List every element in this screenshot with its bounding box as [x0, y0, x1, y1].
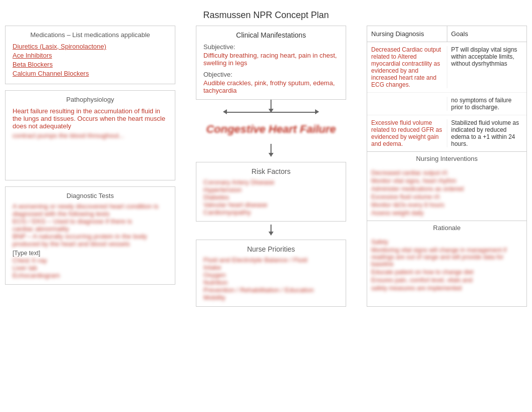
int-item-2: Monitor vital signs, heart rhythm [371, 177, 522, 184]
goals-header: Goals [447, 26, 527, 42]
nurse-priorities-box: Nurse Priorities Fluid and Electrolyte B… [196, 240, 346, 307]
diag-item-2: cardiac abnormality [13, 225, 168, 233]
clinical-title: Clinical Manifestations [203, 31, 339, 39]
arrow-down-3 [271, 225, 272, 233]
np-item-4: Nutrition [203, 279, 339, 286]
np-item-3: Oxygen [203, 271, 339, 279]
nd-diagnosis-1b [371, 97, 447, 111]
medications-box: Medications – List medications applicabl… [5, 26, 175, 84]
med-item-1[interactable]: Diuretics (Lasix, Spironolactone) [13, 43, 168, 50]
rat-item-1: Safety [371, 239, 522, 246]
np-item-1: Fluid and Electrolyte Balance / Fluid [203, 256, 339, 264]
left-column: Medications – List medications applicabl… [5, 26, 175, 307]
medications-title: Medications – List medications applicabl… [13, 31, 168, 39]
subjective-text: Difficulty breathing, racing heart, pain… [203, 52, 339, 67]
right-column: Nursing Diagnosis Goals Decreased Cardia… [367, 26, 527, 307]
int-item-6: Assess weight daily [371, 210, 522, 217]
page-title: Rasmussen NPR Concept Plan [0, 0, 532, 26]
rationale-title: Rationale [367, 221, 526, 233]
rationale-section: Rationale Safety Monitoring vital signs … [367, 221, 526, 296]
objective-text: Audible crackles, pink, frothy sputum, e… [203, 79, 339, 94]
subjective-label: Subjective: [203, 43, 339, 51]
rationale-list: Safety Monitoring vital signs will chang… [367, 235, 526, 296]
rat-item-3: Educate patient on how to change diet [371, 269, 522, 276]
med-item-2[interactable]: Ace Inhibitors [13, 52, 168, 59]
diag-item-5: Chest X-ray [13, 257, 168, 264]
rat-item-2: Monitoring vital signs will change in ma… [371, 247, 522, 268]
np-item-6: Mobility [203, 294, 339, 301]
nd-row-1: Decreased Cardiac output related to Alte… [367, 42, 526, 93]
right-arrow [276, 112, 316, 113]
concept-box: Congestive Heart Failure [196, 123, 346, 136]
concept-title: Congestive Heart Failure [196, 123, 346, 136]
nd-goal-2: Stabilized fluid volume as indicated by … [447, 119, 523, 147]
diag-intro: A worsening or newly discovered heart co… [13, 202, 168, 218]
nd-row-1b: no symptoms of failure prior to discharg… [367, 93, 526, 115]
risk-factors-title: Risk Factors [203, 167, 339, 175]
int-item-1: Decreased cardiac output r/t: [371, 169, 522, 176]
diag-item-3: BNP – A naturally occurring protein in t… [13, 233, 168, 240]
arrow-down-2 [271, 144, 272, 154]
med-item-3[interactable]: Beta Blockers [13, 61, 168, 68]
diag-item-6: Liver lab [13, 264, 168, 272]
int-item-5: Monitor I&Os every 8 hours [371, 201, 522, 209]
int-item-4: Excessive fluid volume r/t: [371, 193, 522, 200]
patho-text: Heart failure resulting in the accumulat… [13, 107, 168, 130]
arrow-down-1 [271, 100, 272, 110]
nurse-priorities-title: Nurse Priorities [203, 245, 339, 253]
diag-title: Diagnostic Tests [13, 192, 168, 199]
rat-item-5: safety measures are implemented [371, 285, 522, 292]
right-column-header: Nursing Diagnosis Goals [367, 26, 526, 42]
nd-row-2: Excessive fluid volume related to reduce… [367, 115, 526, 152]
diag-item-1: ECG / EKG – Used to diagnose if there is [13, 218, 168, 225]
interventions-title: Nursing Interventions [367, 152, 526, 163]
patho-title: Pathophysiology [13, 96, 168, 103]
diag-item-7: Echocardiogram [13, 272, 168, 279]
interventions-section: Nursing Interventions Decreased cardiac … [367, 152, 526, 221]
risk-item-1: Coronary Artery Disease [203, 178, 339, 186]
np-item-2: Intake [203, 264, 339, 271]
patho-blurred: contract pumps the blood throughout... [13, 132, 168, 139]
risk-factors-box: Risk Factors Coronary Artery Disease Hyp… [196, 162, 346, 222]
int-item-3: Administer medications as ordered [371, 185, 522, 192]
diagnostic-tests-box: Diagnostic Tests A worsening or newly di… [5, 186, 175, 285]
left-arrow [226, 112, 266, 113]
nd-goal-1b: no symptoms of failure prior to discharg… [447, 97, 523, 111]
nd-goal-1: PT will display vital signs within accep… [447, 46, 523, 88]
interventions-list: Decreased cardiac output r/t: Monitor vi… [367, 165, 526, 221]
diag-item-4: produced by the heart and blood vessels [13, 240, 168, 248]
center-column: Clinical Manifestations Subjective: Diff… [179, 26, 363, 307]
risk-item-4: Valvular heart disease [203, 201, 339, 209]
risk-item-5: Cardiomyopathy [203, 209, 339, 216]
objective-label: Objective: [203, 71, 339, 78]
med-item-4[interactable]: Calcium Channel Blockers [13, 70, 168, 77]
rat-item-4: Ensures pain, comfort level, vitals and [371, 277, 522, 284]
nd-diagnosis-1: Decreased Cardiac output related to Alte… [371, 46, 447, 88]
pathophysiology-box: Pathophysiology Heart failure resulting … [5, 90, 175, 180]
risk-item-3: Diabetes [203, 193, 339, 201]
nd-header: Nursing Diagnosis [367, 26, 447, 42]
risk-item-2: Hypertension [203, 186, 339, 193]
nd-diagnosis-2: Excessive fluid volume related to reduce… [371, 119, 447, 147]
type-text: [Type text] [13, 250, 168, 257]
clinical-manifestations-box: Clinical Manifestations Subjective: Diff… [196, 26, 346, 100]
np-item-5: Prevention / Rehabilitation / Education [203, 286, 339, 294]
